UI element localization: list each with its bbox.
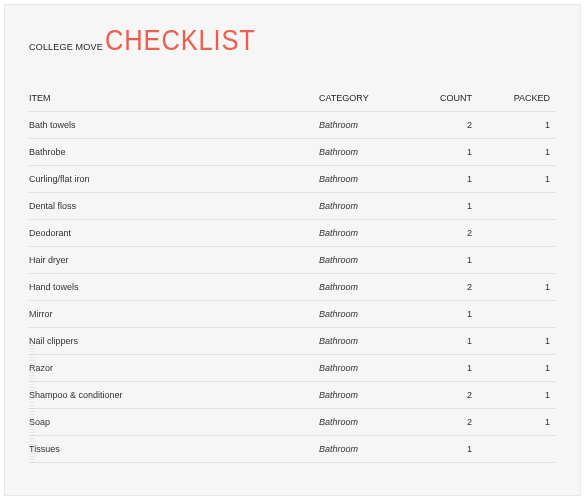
table-row: TissuesBathroom1 [29, 436, 556, 463]
cell-item: Curling/flat iron [29, 174, 319, 184]
cell-item: Dental floss [29, 201, 319, 211]
table-row: RazorBathroom11 [29, 355, 556, 382]
cell-category: Bathroom [319, 282, 414, 292]
table-row: SoapBathroom21 [29, 409, 556, 436]
header-count: COUNT [414, 93, 484, 103]
checklist-page: COLLEGE MOVE CHECKLIST ITEM CATEGORY COU… [4, 4, 581, 496]
cell-packed: 1 [484, 174, 556, 184]
cell-packed: 1 [484, 120, 556, 130]
cell-category: Bathroom [319, 444, 414, 454]
table-row: BathrobeBathroom11 [29, 139, 556, 166]
cell-item: Mirror [29, 309, 319, 319]
cell-item: Hair dryer [29, 255, 319, 265]
cell-item: Deodorant [29, 228, 319, 238]
page-title: CHECKLIST [105, 23, 256, 57]
table-header: ITEM CATEGORY COUNT PACKED [29, 85, 556, 112]
table-row: Bath towelsBathroom21 [29, 112, 556, 139]
cell-packed: 1 [484, 390, 556, 400]
cell-count: 1 [414, 147, 484, 157]
cell-count: 2 [414, 390, 484, 400]
cell-count: 1 [414, 309, 484, 319]
cell-category: Bathroom [319, 255, 414, 265]
table-row: Curling/flat ironBathroom11 [29, 166, 556, 193]
cell-category: Bathroom [319, 390, 414, 400]
cell-item: Nail clippers [29, 336, 319, 346]
cell-packed: 1 [484, 282, 556, 292]
cell-count: 1 [414, 444, 484, 454]
cell-count: 2 [414, 120, 484, 130]
cell-category: Bathroom [319, 363, 414, 373]
cell-category: Bathroom [319, 309, 414, 319]
cell-category: Bathroom [319, 201, 414, 211]
table-row: Nail clippersBathroom11 [29, 328, 556, 355]
table-row: Hair dryerBathroom1 [29, 247, 556, 274]
table-row: Hand towelsBathroom21 [29, 274, 556, 301]
cell-count: 2 [414, 282, 484, 292]
cell-item: Bath towels [29, 120, 319, 130]
cell-category: Bathroom [319, 147, 414, 157]
cell-count: 1 [414, 363, 484, 373]
cell-item: Tissues [29, 444, 319, 454]
cell-count: 1 [414, 174, 484, 184]
header-packed: PACKED [484, 93, 556, 103]
cell-item: Hand towels [29, 282, 319, 292]
cell-item: Soap [29, 417, 319, 427]
cell-count: 1 [414, 201, 484, 211]
cell-item: Bathrobe [29, 147, 319, 157]
cell-packed: 1 [484, 417, 556, 427]
cell-category: Bathroom [319, 417, 414, 427]
header-category: CATEGORY [319, 93, 414, 103]
cell-count: 2 [414, 228, 484, 238]
cell-item: Razor [29, 363, 319, 373]
page-subtitle: COLLEGE MOVE [29, 42, 103, 52]
table-row: Shampoo & conditionerBathroom21 [29, 382, 556, 409]
cell-category: Bathroom [319, 228, 414, 238]
table-body: Bath towelsBathroom21BathrobeBathroom11C… [29, 112, 556, 463]
table-row: Dental flossBathroom1 [29, 193, 556, 220]
header-item: ITEM [29, 93, 319, 103]
cell-packed: 1 [484, 363, 556, 373]
table-row: MirrorBathroom1 [29, 301, 556, 328]
cell-count: 2 [414, 417, 484, 427]
title-row: COLLEGE MOVE CHECKLIST [29, 23, 556, 57]
cell-category: Bathroom [319, 336, 414, 346]
cell-packed: 1 [484, 147, 556, 157]
cell-category: Bathroom [319, 174, 414, 184]
cell-count: 1 [414, 255, 484, 265]
cell-item: Shampoo & conditioner [29, 390, 319, 400]
cell-count: 1 [414, 336, 484, 346]
table-row: DeodorantBathroom2 [29, 220, 556, 247]
cell-packed: 1 [484, 336, 556, 346]
cell-category: Bathroom [319, 120, 414, 130]
